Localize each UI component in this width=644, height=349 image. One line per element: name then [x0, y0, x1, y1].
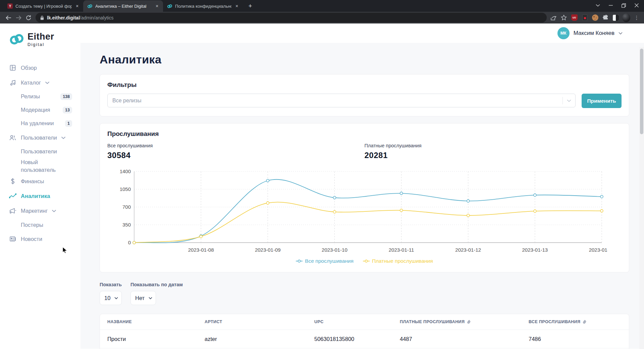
window-close-icon[interactable]	[635, 3, 639, 7]
legend-marker-icon	[296, 259, 303, 263]
chart-svg: 0350700105014002023-01-082023-01-092023-…	[107, 169, 608, 254]
page-scrollbar[interactable]	[639, 47, 644, 349]
chevron-down-icon[interactable]	[61, 136, 66, 139]
new-tab-button[interactable]: +	[246, 1, 255, 11]
stat-paid-label: Платные прослушивания	[365, 143, 622, 148]
back-button[interactable]	[3, 13, 13, 23]
app-logo[interactable]: Either Digital	[9, 32, 80, 47]
svg-text:2023-01-13: 2023-01-13	[522, 247, 548, 253]
logo-subtitle: Digital	[28, 42, 54, 47]
sidebar-item-label: Пользователи	[21, 148, 57, 155]
url-path: /admin/analytics	[80, 15, 113, 20]
chevron-down-icon[interactable]	[52, 209, 56, 212]
darkmode-extension-icon[interactable]	[612, 14, 620, 22]
column-label: ВСЕ ПРОСЛУШИВАНИЯ	[529, 319, 580, 324]
analytics-icon	[9, 193, 16, 199]
window-chevron-down-icon[interactable]	[596, 4, 600, 7]
svg-text:700: 700	[122, 204, 131, 210]
svg-text:2023-01-11: 2023-01-11	[389, 247, 414, 253]
column-label: ПЛАТНЫЕ ПРОСЛУШИВАНИЯ	[400, 319, 465, 324]
sidebar-item-на-удалении[interactable]: На удалении1	[9, 117, 80, 130]
table-controls: Показать 10 Показывать по датам Нет	[100, 282, 629, 305]
count-badge: 1	[65, 120, 72, 127]
tab-title: Создать тему | Игровой форум	[15, 4, 72, 9]
bookmark-star-icon[interactable]	[560, 14, 568, 22]
table-header-cell: UPC	[307, 319, 392, 324]
table-header-cell[interactable]: ВСЕ ПРОСЛУШИВАНИЯ	[521, 319, 629, 325]
show-count-select[interactable]: 10	[100, 291, 122, 305]
sidebar-item-постеры[interactable]: Постеры	[9, 218, 80, 232]
legend-item[interactable]: Платные прослушивания	[363, 258, 433, 264]
bydate-value: Нет	[135, 295, 145, 301]
logo-title: Either	[28, 32, 54, 41]
table-header-cell: АРТИСТ	[197, 319, 307, 324]
svg-text:2023-01-14: 2023-01-14	[589, 247, 608, 253]
sidebar-item-label: Аналитика	[21, 193, 50, 199]
scrollbar-thumb[interactable]	[640, 49, 643, 134]
table-header-cell[interactable]: ПЛАТНЫЕ ПРОСЛУШИВАНИЯ	[392, 319, 521, 325]
browser-tab[interactable]: Политика конфиденциальности✕	[163, 0, 243, 12]
select-divider	[562, 97, 563, 104]
sidebar-item-новости[interactable]: Новости	[9, 232, 80, 246]
sidebar: Either Digital ОбзорКаталогРелизы138Моде…	[0, 23, 80, 349]
bydate-select[interactable]: Нет	[130, 291, 156, 305]
sidebar-item-label: Каталог	[21, 80, 41, 86]
sidebar-item-финансы[interactable]: Финансы	[9, 174, 80, 189]
browser-tab[interactable]: Аналитика – Either Digital✕	[83, 0, 163, 12]
reload-button[interactable]	[23, 13, 34, 23]
tab-close-icon[interactable]: ✕	[154, 3, 160, 9]
music-icon	[9, 79, 16, 86]
sidebar-item-label: Новости	[21, 236, 42, 242]
user-menu-chevron-icon[interactable]	[619, 32, 623, 35]
lock-icon	[40, 15, 44, 20]
either-favicon	[87, 3, 93, 9]
forward-button[interactable]	[13, 13, 23, 23]
legend-item[interactable]: Все прослушивания	[296, 258, 354, 264]
url-bar[interactable]: lk.either.digital/admin/analytics	[36, 13, 547, 22]
sidebar-item-модерация[interactable]: Модерация13	[9, 103, 80, 117]
sidebar-item-обзор[interactable]: Обзор	[9, 60, 80, 75]
main-header: МК Максим Коняев	[80, 23, 644, 43]
user-avatar[interactable]: МК	[557, 27, 570, 39]
sidebar-item-маркетинг[interactable]: Маркетинг	[9, 203, 80, 218]
chevron-down-icon[interactable]	[45, 81, 50, 84]
share-icon[interactable]	[549, 14, 557, 22]
tab-title: Политика конфиденциальности	[175, 4, 231, 9]
sidebar-item-пользователи[interactable]: Пользователи	[9, 145, 80, 158]
document-extension-icon[interactable]	[581, 14, 589, 22]
svg-text:1050: 1050	[120, 186, 131, 192]
sidebar-item-аналитика[interactable]: Аналитика	[9, 189, 80, 203]
toolbar-extensions: UO ⋮	[549, 14, 641, 22]
sidebar-item-новый-пользователь[interactable]: Новый пользователь	[9, 158, 80, 174]
select-chevron-down-icon[interactable]	[567, 99, 571, 102]
browser-toolbar: lk.either.digital/admin/analytics UO ⋮	[0, 12, 644, 23]
table-cell: 7486	[521, 336, 629, 342]
release-select[interactable]: Все релизы	[107, 94, 576, 107]
tab-close-icon[interactable]: ✕	[74, 3, 80, 9]
sidebar-item-каталог[interactable]: Каталог	[9, 75, 80, 90]
browser-tab[interactable]: YСоздать тему | Игровой форум✕	[3, 0, 83, 12]
svg-text:2023-01-10: 2023-01-10	[322, 247, 347, 253]
cookie-extension-icon[interactable]	[591, 14, 599, 22]
sidebar-item-релизы[interactable]: Релизы138	[9, 90, 80, 103]
extensions-puzzle-icon[interactable]	[601, 14, 609, 22]
window-restore-icon[interactable]	[622, 3, 626, 8]
browser-profile-avatar[interactable]	[622, 14, 630, 22]
sidebar-item-label: Новый пользователь	[21, 158, 64, 174]
tab-close-icon[interactable]: ✕	[234, 3, 239, 9]
sidebar-item-label: Постеры	[21, 221, 43, 229]
show-chevron-down-icon	[114, 297, 118, 299]
apply-button[interactable]: Применить	[582, 94, 622, 108]
sidebar-item-пользователи[interactable]: Пользователи	[9, 130, 80, 145]
either-logo-icon	[9, 32, 24, 46]
table-header-row: НАЗВАНИЕАРТИСТUPCПЛАТНЫЕ ПРОСЛУШИВАНИЯВС…	[100, 314, 629, 330]
stat-all-listens: Все прослушивания 30584	[107, 143, 365, 160]
window-minimize-icon[interactable]	[609, 3, 613, 7]
users-icon	[9, 134, 16, 141]
table-row[interactable]: Простиazter506301813580044877486	[100, 330, 629, 348]
show-label: Показать	[100, 282, 122, 287]
stat-paid-listens: Платные прослушивания 20281	[365, 143, 622, 160]
browser-menu-kebab-icon[interactable]: ⋮	[633, 14, 641, 22]
news-icon	[9, 236, 16, 242]
ublock-extension-icon[interactable]: UO	[570, 14, 578, 22]
